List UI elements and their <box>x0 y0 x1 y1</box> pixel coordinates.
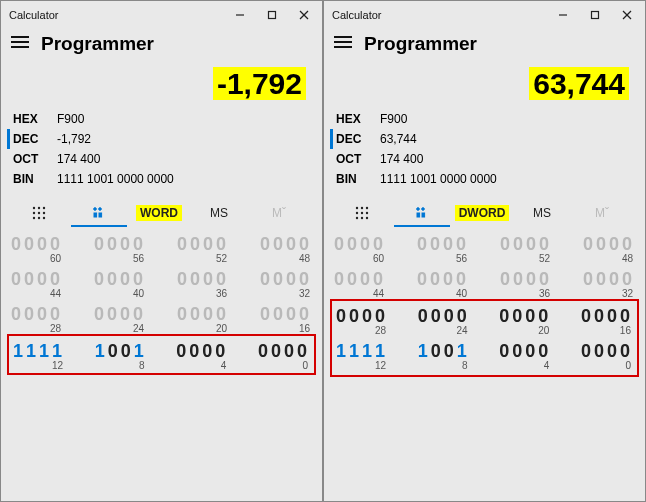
titlebar: Calculator <box>324 1 645 29</box>
svg-rect-21 <box>592 12 599 19</box>
svg-point-16 <box>94 208 97 211</box>
base-value: F900 <box>57 112 84 126</box>
bit-nibble[interactable]: 10018 <box>95 340 147 371</box>
base-row-bin[interactable]: BIN1111 1001 0000 0000 <box>13 169 310 189</box>
base-row-dec[interactable]: DEC-1,792 <box>7 129 310 149</box>
svg-point-34 <box>361 217 363 219</box>
bit-nibble[interactable]: 000036 <box>500 268 552 299</box>
svg-point-14 <box>38 217 40 219</box>
svg-point-7 <box>33 207 35 209</box>
bit-nibble[interactable]: 000048 <box>260 233 312 264</box>
bit-nibble[interactable]: 000060 <box>334 233 386 264</box>
svg-point-27 <box>356 207 358 209</box>
bit-nibble[interactable]: 00000 <box>581 340 633 371</box>
base-value: -1,792 <box>57 132 91 146</box>
base-value: F900 <box>380 112 407 126</box>
maximize-button[interactable] <box>579 1 611 29</box>
base-value: 1111 1001 0000 0000 <box>57 172 174 186</box>
bit-nibble[interactable]: 000056 <box>417 233 469 264</box>
svg-point-9 <box>43 207 45 209</box>
base-key: HEX <box>336 112 366 126</box>
bit-row: 111112100180000400000 <box>7 334 316 375</box>
close-button[interactable] <box>288 1 320 29</box>
memory-dropdown[interactable]: Mˇ <box>251 199 307 227</box>
bit-nibble[interactable]: 111112 <box>336 340 388 371</box>
bit-nibble[interactable]: 000028 <box>336 305 388 336</box>
memory-dropdown[interactable]: Mˇ <box>574 199 630 227</box>
bit-nibble[interactable]: 000028 <box>11 303 63 334</box>
base-key: DEC <box>336 132 366 146</box>
bit-nibble[interactable]: 00000 <box>258 340 310 371</box>
calculator-window: CalculatorProgrammer-1,792HEXF900DEC-1,7… <box>0 0 323 502</box>
bit-nibble[interactable]: 000044 <box>11 268 63 299</box>
bit-nibble[interactable]: 000032 <box>583 268 635 299</box>
bit-nibble[interactable]: 00004 <box>176 340 228 371</box>
keypad-tab[interactable] <box>334 199 390 227</box>
svg-point-36 <box>417 208 420 211</box>
base-key: OCT <box>13 152 43 166</box>
word-size-button[interactable]: WORD <box>131 199 187 227</box>
svg-point-33 <box>356 217 358 219</box>
bit-nibble[interactable]: 000056 <box>94 233 146 264</box>
base-row-bin[interactable]: BIN1111 1001 0000 0000 <box>336 169 633 189</box>
bit-nibble[interactable]: 000020 <box>177 303 229 334</box>
memory-store-button[interactable]: MS <box>514 199 570 227</box>
base-row-hex[interactable]: HEXF900 <box>336 109 633 129</box>
svg-rect-1 <box>269 12 276 19</box>
close-button[interactable] <box>611 1 643 29</box>
bit-nibble[interactable]: 000060 <box>11 233 63 264</box>
toolbar: DWORDMSMˇ <box>324 197 645 227</box>
bit-nibble[interactable]: 000024 <box>94 303 146 334</box>
base-key: OCT <box>336 152 366 166</box>
base-row-oct[interactable]: OCT174 400 <box>336 149 633 169</box>
base-row-dec[interactable]: DEC63,744 <box>330 129 633 149</box>
base-key: BIN <box>336 172 366 186</box>
bit-nibble[interactable]: 000020 <box>499 305 551 336</box>
bit-nibble[interactable]: 000048 <box>583 233 635 264</box>
bit-nibble[interactable]: 000016 <box>581 305 633 336</box>
bit-toggle-tab[interactable] <box>71 199 127 227</box>
word-size-button[interactable]: DWORD <box>454 199 510 227</box>
bit-nibble[interactable]: 000032 <box>260 268 312 299</box>
svg-point-12 <box>43 212 45 214</box>
bit-toggle-tab[interactable] <box>394 199 450 227</box>
bit-nibble[interactable]: 000036 <box>177 268 229 299</box>
window-title: Calculator <box>332 9 547 21</box>
menu-icon[interactable] <box>334 35 352 53</box>
bit-nibble[interactable]: 000044 <box>334 268 386 299</box>
maximize-button[interactable] <box>256 1 288 29</box>
number-bases: HEXF900DEC63,744OCT174 400BIN1111 1001 0… <box>324 107 645 197</box>
svg-rect-18 <box>94 213 97 217</box>
bit-nibble[interactable]: 10018 <box>418 340 470 371</box>
bit-nibble[interactable]: 000040 <box>417 268 469 299</box>
keypad-tab[interactable] <box>11 199 67 227</box>
window-title: Calculator <box>9 9 224 21</box>
svg-point-35 <box>366 217 368 219</box>
active-bits-frame: 0000280000240000200000161111121001800004… <box>330 299 639 377</box>
result-display: -1,792 <box>1 63 322 107</box>
bit-row: 000028000024000020000016 <box>336 305 633 336</box>
bit-nibble[interactable]: 000052 <box>177 233 229 264</box>
number-bases: HEXF900DEC-1,792OCT174 400BIN1111 1001 0… <box>1 107 322 197</box>
bit-row: 000060000056000052000048 <box>334 233 635 264</box>
bit-nibble[interactable]: 000024 <box>418 305 470 336</box>
toolbar: WORDMSMˇ <box>1 197 322 227</box>
base-row-oct[interactable]: OCT174 400 <box>13 149 310 169</box>
bit-row: 000060000056000052000048 <box>11 233 312 264</box>
bit-nibble[interactable]: 00004 <box>499 340 551 371</box>
minimize-button[interactable] <box>224 1 256 29</box>
mode-header: Programmer <box>1 29 322 63</box>
bit-nibble[interactable]: 000016 <box>260 303 312 334</box>
menu-icon[interactable] <box>11 35 29 53</box>
memory-store-button[interactable]: MS <box>191 199 247 227</box>
calculator-window: CalculatorProgrammer63,744HEXF900DEC63,7… <box>323 0 646 502</box>
bit-nibble[interactable]: 111112 <box>13 340 65 371</box>
minimize-button[interactable] <box>547 1 579 29</box>
base-key: DEC <box>13 132 43 146</box>
bit-nibble[interactable]: 000040 <box>94 268 146 299</box>
bit-nibble[interactable]: 000052 <box>500 233 552 264</box>
base-row-hex[interactable]: HEXF900 <box>13 109 310 129</box>
mode-label: Programmer <box>41 33 154 55</box>
base-value: 1111 1001 0000 0000 <box>380 172 497 186</box>
result-display: 63,744 <box>324 63 645 107</box>
